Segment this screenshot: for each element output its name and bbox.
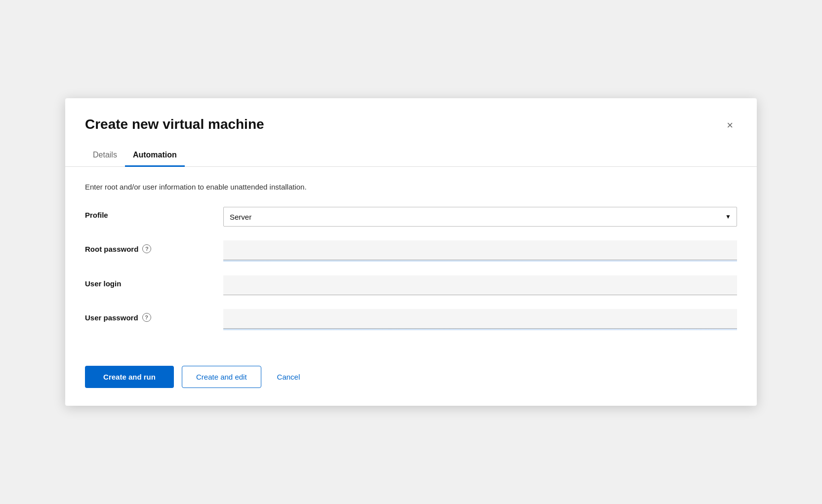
profile-select-wrapper: Server Desktop Minimal Custom ▼ <box>223 207 737 227</box>
root-password-help-icon[interactable]: ? <box>142 244 151 253</box>
create-vm-dialog: Create new virtual machine × Details Aut… <box>65 98 757 406</box>
user-password-row: User password ? <box>85 309 737 330</box>
dialog-title: Create new virtual machine <box>85 116 264 133</box>
user-password-label: User password <box>85 313 138 322</box>
user-password-label-wrapper: User password ? <box>85 309 223 322</box>
tab-automation[interactable]: Automation <box>125 145 185 167</box>
user-login-control <box>223 275 737 295</box>
profile-select[interactable]: Server Desktop Minimal Custom <box>223 207 737 227</box>
root-password-input[interactable] <box>223 240 737 260</box>
tabs-container: Details Automation <box>65 145 757 167</box>
user-password-control <box>223 309 737 330</box>
profile-control: Server Desktop Minimal Custom ▼ <box>223 207 737 227</box>
dialog-body: Enter root and/or user information to en… <box>65 167 757 362</box>
create-and-edit-button[interactable]: Create and edit <box>182 366 261 388</box>
dialog-footer: Create and run Create and edit Cancel <box>65 362 757 406</box>
user-password-help-icon[interactable]: ? <box>142 313 151 322</box>
close-button[interactable]: × <box>723 118 737 133</box>
description-text: Enter root and/or user information to en… <box>85 183 737 191</box>
root-password-row: Root password ? <box>85 240 737 262</box>
profile-label: Profile <box>85 207 223 219</box>
create-and-run-button[interactable]: Create and run <box>85 366 174 388</box>
root-password-label: Root password <box>85 245 138 253</box>
root-password-label-wrapper: Root password ? <box>85 240 223 253</box>
user-login-label: User login <box>85 275 223 288</box>
cancel-button[interactable]: Cancel <box>269 366 308 388</box>
tab-details[interactable]: Details <box>85 145 125 167</box>
profile-row: Profile Server Desktop Minimal Custom ▼ <box>85 207 737 227</box>
user-password-input[interactable] <box>223 309 737 329</box>
root-password-control <box>223 240 737 262</box>
user-password-stripe <box>223 329 737 330</box>
root-password-input-wrapper <box>223 240 737 262</box>
user-login-input[interactable] <box>223 275 737 295</box>
dialog-header: Create new virtual machine × <box>65 98 757 133</box>
root-password-stripe <box>223 260 737 262</box>
user-password-input-wrapper <box>223 309 737 330</box>
user-login-row: User login <box>85 275 737 295</box>
